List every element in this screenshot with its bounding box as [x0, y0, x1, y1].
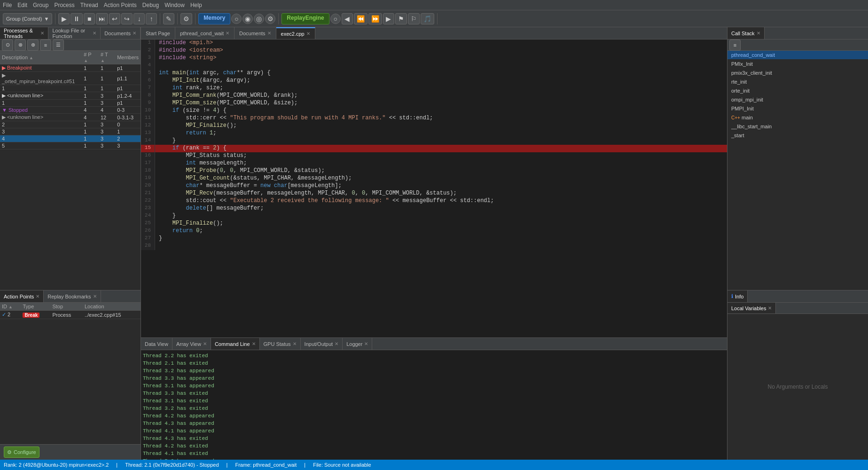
tab-command-line[interactable]: Command Line ✕ [211, 338, 260, 350]
col-p[interactable]: # P ▲ [82, 51, 99, 64]
docs-close-icon[interactable]: ✕ [267, 31, 271, 36]
local-vars-close-icon[interactable]: ✕ [768, 306, 772, 311]
replay-bookmark1[interactable]: ⚑ [395, 13, 407, 24]
pause-button[interactable]: ⏸ [70, 13, 83, 24]
table-row[interactable]: ▶ Breakpoint 11p1 [0, 64, 141, 72]
table-row[interactable]: 5133 [0, 142, 141, 149]
replay-tool5[interactable]: 🎵 [421, 13, 434, 24]
action-row[interactable]: ✓ 2 Break Process ../exec2.cpp#15 [0, 311, 141, 319]
callstack-item-libc[interactable]: __libc_start_main [727, 122, 868, 131]
tab-documents-editor[interactable]: Documents ✕ [235, 27, 276, 39]
tab-input-output[interactable]: Input/Output ✕ [301, 338, 343, 350]
col-stop[interactable]: Stop [50, 303, 83, 311]
replay-fwd[interactable]: ▶ [383, 13, 394, 24]
proc-tool3[interactable]: ⊕ [27, 39, 39, 51]
tab-action-points[interactable]: Action Points ✕ [0, 290, 44, 302]
edit-button[interactable]: ✎ [163, 13, 174, 24]
proc-tool4[interactable]: ≡ [40, 39, 51, 51]
table-row[interactable]: ▶ <unknown line> 4120-3.1-3 [0, 114, 141, 121]
mem-tool4[interactable]: ⚙ [265, 14, 275, 24]
tab-logger[interactable]: Logger ✕ [343, 338, 372, 350]
play-button[interactable]: ▶ [58, 13, 70, 24]
table-row[interactable]: ▶ _orted_mpirun_breakpoint.c#51 11p1.1 [0, 72, 141, 85]
col-type[interactable]: Type [21, 303, 50, 311]
col-location[interactable]: Location [83, 303, 141, 311]
menu-file[interactable]: File [3, 2, 12, 8]
menu-process[interactable]: Process [54, 2, 74, 8]
step-back-button[interactable]: ↩ [109, 13, 120, 24]
array-close-icon[interactable]: ✕ [203, 341, 207, 346]
callstack-item-start[interactable]: _start [727, 131, 868, 140]
tab-pthread[interactable]: pthread_cond_wait ✕ [175, 27, 235, 39]
step-into-button[interactable]: ↓ [133, 13, 145, 24]
table-row[interactable]: 2130 [0, 121, 141, 128]
pthread-close-icon[interactable]: ✕ [226, 31, 229, 36]
table-row[interactable]: 3131 [0, 128, 141, 135]
callstack-filter-icon[interactable]: ≡ [729, 39, 741, 51]
callstack-item-ompi[interactable]: ompi_mpi_init [727, 95, 868, 104]
group-control-button[interactable]: Group (Control) ▼ [3, 13, 52, 24]
col-members[interactable]: Members [115, 51, 141, 64]
mem-tool1[interactable]: ○ [231, 14, 242, 24]
logger-close-icon[interactable]: ✕ [364, 341, 368, 346]
table-row[interactable]: 1 11p1 [0, 85, 141, 92]
tab-info[interactable]: ℹ Info [727, 290, 748, 302]
callstack-item-pmix3x[interactable]: pmix3x_client_init [727, 69, 868, 78]
action-close-icon[interactable]: ✕ [36, 294, 39, 299]
tab-lookup-file[interactable]: Lookup File or Function ✕ [48, 27, 101, 39]
callstack-item-pmpi[interactable]: PMPI_Init [727, 104, 868, 113]
tab-start-page[interactable]: Start Page [141, 27, 175, 39]
menu-help[interactable]: Help [190, 2, 202, 8]
step-out-button[interactable]: ↑ [146, 13, 157, 24]
tab-processes-threads[interactable]: Processes & Threads ✕ [0, 27, 48, 39]
menu-thread[interactable]: Thread [80, 2, 98, 8]
processes-close-icon[interactable]: ✕ [40, 31, 44, 36]
menu-window[interactable]: Window [164, 2, 185, 8]
tab-call-stack[interactable]: Call Stack ✕ [727, 27, 765, 39]
callstack-item-orte[interactable]: orte_init [727, 86, 868, 95]
replay-bookmark2[interactable]: ⚐ [408, 13, 420, 24]
cmd-close-icon[interactable]: ✕ [252, 341, 256, 346]
tab-replay-bookmarks[interactable]: Replay Bookmarks ✕ [44, 290, 101, 302]
proc-tool1[interactable]: ⊙ [2, 39, 13, 51]
tab-data-view[interactable]: Data View [141, 338, 172, 350]
tab-exec2[interactable]: exec2.cpp ✕ [276, 27, 315, 39]
callstack-item-pmix[interactable]: PMIx_Init [727, 60, 868, 69]
restart-button[interactable]: ⏭ [96, 13, 108, 24]
proc-tool5[interactable]: ☰ [53, 39, 64, 51]
step-forward-button[interactable]: ↪ [121, 13, 133, 24]
documents-close-icon[interactable]: ✕ [133, 31, 136, 36]
menu-group[interactable]: Group [33, 2, 48, 8]
callstack-item-pthread[interactable]: pthread_cond_wait [727, 51, 868, 60]
menu-debug[interactable]: Debug [142, 2, 159, 8]
callstack-item-rte[interactable]: rte_init [727, 78, 868, 86]
settings-button[interactable]: ⚙ [180, 13, 192, 24]
tab-documents[interactable]: Documents ✕ [101, 27, 141, 39]
col-id[interactable]: ID ▲ [0, 303, 21, 311]
tab-local-vars[interactable]: Local Variables ✕ [727, 303, 776, 313]
io-close-icon[interactable]: ✕ [335, 341, 338, 346]
code-editor[interactable]: 1 #include <mpi.h> 2 #include <iostream>… [141, 39, 727, 337]
table-row-selected[interactable]: 4132 [0, 135, 141, 142]
replay-back[interactable]: ◀ [342, 13, 353, 24]
callstack-close-icon[interactable]: ✕ [757, 31, 760, 36]
tab-gpu-status[interactable]: GPU Status ✕ [260, 338, 301, 350]
replay-step-back[interactable]: ⏪ [354, 13, 368, 24]
exec2-close-icon[interactable]: ✕ [306, 31, 310, 36]
col-description[interactable]: Description ▲ [0, 51, 82, 64]
table-row[interactable]: 1 13p1 [0, 100, 141, 107]
callstack-item-main[interactable]: C++ main [727, 113, 868, 122]
mem-tool2[interactable]: ◉ [242, 14, 253, 24]
lookup-close-icon[interactable]: ✕ [93, 31, 96, 36]
gpu-close-icon[interactable]: ✕ [293, 341, 297, 346]
tab-array-view[interactable]: Array View ✕ [172, 338, 211, 350]
replay-step-fwd[interactable]: ⏩ [368, 13, 382, 24]
mem-tool3[interactable]: ◎ [254, 14, 264, 24]
stop-button[interactable]: ■ [84, 13, 95, 24]
menu-edit[interactable]: Edit [17, 2, 27, 8]
configure-button[interactable]: ⚙ Configure [4, 446, 39, 458]
col-t[interactable]: # T ▲ [99, 51, 115, 64]
memory-button[interactable]: Memory [198, 13, 230, 24]
table-row[interactable]: ▶ <unknown line> 13p1.2-4 [0, 92, 141, 100]
table-row[interactable]: ▼ Stopped 440-3 [0, 107, 141, 114]
